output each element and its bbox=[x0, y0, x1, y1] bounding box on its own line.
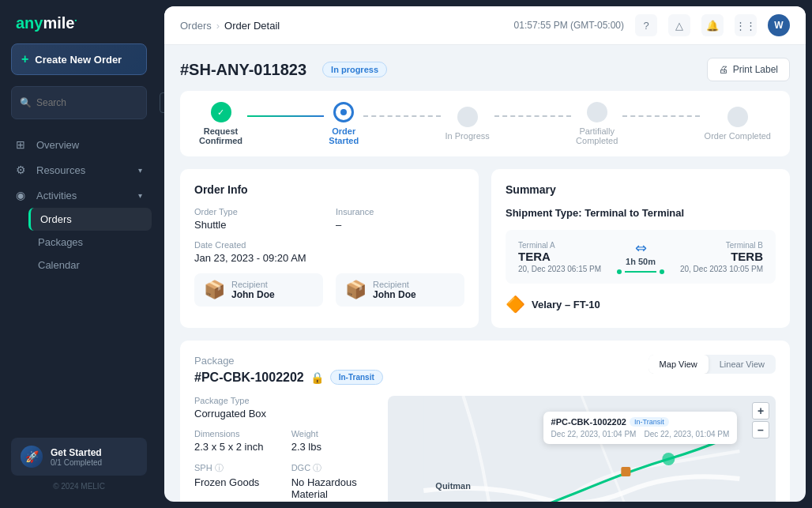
activities-subnav: Orders Packages Calendar bbox=[6, 208, 152, 277]
pkg-dgc-label: DGC ⓘ bbox=[291, 462, 376, 474]
insurance-field: Insurance – bbox=[336, 207, 464, 240]
shipment-type-value: Terminal to Terminal bbox=[585, 207, 684, 219]
terminal-a-date: 20, Dec 2023 06:15 PM bbox=[518, 265, 606, 273]
recipient-1-info: Recipient John Doe bbox=[231, 280, 275, 300]
recipient-2-info: Recipient John Doe bbox=[373, 280, 416, 300]
pkg-sph-field: SPH ⓘ Frozen Goods bbox=[194, 462, 279, 502]
breadcrumb: Orders › Order Detail bbox=[180, 20, 280, 32]
linear-view-button[interactable]: Linear View bbox=[709, 355, 776, 374]
breadcrumb-parent[interactable]: Orders bbox=[180, 20, 212, 32]
dgc-info-icon[interactable]: ⓘ bbox=[313, 463, 321, 472]
get-started-info: Get Started 0/1 Completed bbox=[51, 447, 102, 467]
connector-2 bbox=[363, 115, 440, 117]
print-label-button[interactable]: 🖨 Print Label bbox=[707, 58, 790, 81]
step-label-started: OrderStarted bbox=[329, 126, 359, 145]
expand-icon: ⇔ bbox=[606, 239, 676, 257]
grid-icon2[interactable]: ⋮⋮ bbox=[735, 14, 757, 36]
sidebar-item-packages[interactable]: Packages bbox=[28, 231, 152, 254]
step-circle-inactive1 bbox=[457, 107, 478, 127]
step-circle-done: ✓ bbox=[211, 102, 231, 122]
chevron-down-icon2: ▾ bbox=[138, 191, 142, 200]
step-label-partially: PartifiallyCompleted bbox=[576, 126, 618, 145]
copyright-text: © 2024 MELIC bbox=[11, 476, 147, 497]
create-order-label: Create New Order bbox=[35, 54, 122, 66]
sidebar-item-orders[interactable]: Orders bbox=[28, 208, 152, 231]
date-field: Date Created Jan 23, 2023 - 09:20 AM bbox=[194, 240, 464, 264]
insurance-value: – bbox=[336, 219, 464, 231]
search-icon: 🔍 bbox=[20, 97, 32, 108]
top-bar: Orders › Order Detail 01:57:55 PM (GMT-0… bbox=[164, 6, 806, 45]
sidebar-item-resources[interactable]: ⚙ Resources ▾ bbox=[6, 157, 152, 183]
sidebar-item-overview[interactable]: ⊞ Overview bbox=[6, 132, 152, 157]
in-transit-badge: In-Transit bbox=[330, 370, 383, 385]
bell-icon[interactable]: 🔔 bbox=[701, 14, 724, 36]
warning-icon[interactable]: △ bbox=[668, 14, 690, 36]
sidebar-item-activities[interactable]: ◉ Activities ▾ bbox=[6, 183, 152, 208]
map-controls: + – bbox=[752, 402, 769, 438]
popup-date1: Dec 22, 2023, 01:04 PM bbox=[551, 430, 637, 438]
resources-label: Resources bbox=[36, 164, 85, 176]
step-label-completed: Order Completed bbox=[705, 131, 771, 141]
step-label-request: RequestConfirmed bbox=[199, 126, 242, 145]
zoom-in-button[interactable]: + bbox=[752, 402, 769, 420]
map-view-button[interactable]: Map View bbox=[648, 355, 709, 374]
terminal-b: Terminal B TERB 20, Dec 2023 10:05 PM bbox=[675, 241, 763, 273]
activities-group: ◉ Activities ▾ Orders Packages Calendar bbox=[6, 183, 152, 277]
step-inprogress: In Progress bbox=[445, 107, 490, 141]
pkg-type-value: Corrugated Box bbox=[194, 408, 375, 420]
vehicle-name: Velary – FT-10 bbox=[532, 299, 600, 310]
map-popup: #PC-CBK-1002202 In-Transit Dec 22, 2023,… bbox=[543, 412, 738, 444]
get-started-icon: 🚀 bbox=[21, 446, 43, 468]
sph-info-icon[interactable]: ⓘ bbox=[215, 463, 224, 472]
two-column-section: Order Info Order Type Shuttle Insurance … bbox=[180, 169, 790, 328]
svg-point-2 bbox=[663, 453, 675, 465]
pkg-weight-value: 2.3 lbs bbox=[291, 441, 376, 453]
package-header: Package #PC-CBK-1002202 🔒 In-Transit Map… bbox=[194, 355, 776, 385]
order-type-insurance: Order Type Shuttle Insurance – bbox=[194, 207, 464, 240]
create-order-button[interactable]: + Create New Order bbox=[11, 43, 147, 75]
package-section: Package #PC-CBK-1002202 🔒 In-Transit Map… bbox=[180, 341, 790, 502]
plus-icon: + bbox=[21, 52, 28, 66]
activity-icon: ◉ bbox=[16, 189, 28, 201]
recipient-1-label: Recipient bbox=[231, 280, 275, 289]
logo: anymile• bbox=[0, 0, 158, 43]
route-dots bbox=[606, 269, 676, 274]
main-content: Orders › Order Detail 01:57:55 PM (GMT-0… bbox=[164, 6, 806, 502]
date-value: Jan 23, 2023 - 09:20 AM bbox=[194, 252, 464, 264]
svg-rect-3 bbox=[622, 467, 631, 476]
step-completed: Order Completed bbox=[705, 107, 771, 141]
step-request: ✓ RequestConfirmed bbox=[199, 102, 242, 145]
progress-bar: ✓ RequestConfirmed OrderStarted In Progr… bbox=[180, 91, 790, 156]
pkg-type-field: Package Type Corrugated Box bbox=[194, 396, 375, 420]
breadcrumb-current: Order Detail bbox=[224, 20, 280, 32]
vehicle-icon: 🔶 bbox=[506, 295, 525, 314]
shipment-type: Shipment Type: Terminal to Terminal bbox=[506, 207, 776, 219]
pkg-type-label: Package Type bbox=[194, 396, 375, 405]
popup-header: #PC-CBK-1002202 In-Transit bbox=[551, 417, 730, 427]
terminal-a: Terminal A TERA 20, Dec 2023 06:15 PM bbox=[518, 241, 606, 273]
zoom-out-button[interactable]: – bbox=[752, 421, 769, 438]
map-container: Valdosta Quitman #PC-CBK-1002202 In-Tran… bbox=[388, 396, 776, 502]
search-input[interactable] bbox=[36, 97, 155, 108]
help-icon[interactable]: ? bbox=[635, 14, 657, 36]
step-circle-inactive3 bbox=[727, 107, 748, 127]
avatar[interactable]: W bbox=[768, 14, 790, 36]
date-label: Date Created bbox=[194, 240, 464, 250]
pkg-dim-weight: Dimensions 2.3 x 5 x 2 inch Weight 2.3 l… bbox=[194, 429, 375, 462]
order-info-title: Order Info bbox=[194, 183, 464, 196]
pkg-dgc-value: No Hazardous Material bbox=[291, 476, 376, 500]
order-id: #SH-ANY-011823 bbox=[180, 61, 306, 79]
order-type-value: Shuttle bbox=[194, 219, 323, 231]
recipient-icon-2: 📦 bbox=[345, 280, 367, 300]
lock-icon: 🔒 bbox=[310, 371, 324, 384]
dot-start bbox=[617, 269, 622, 274]
get-started-button[interactable]: 🚀 Get Started 0/1 Completed bbox=[11, 438, 147, 476]
route-line bbox=[625, 271, 656, 273]
sidebar-bottom: 🚀 Get Started 0/1 Completed © 2024 MELIC bbox=[0, 427, 158, 508]
order-header: #SH-ANY-011823 In progress 🖨 Print Label bbox=[180, 58, 790, 81]
grid-icon: ⊞ bbox=[16, 138, 28, 151]
sidebar-item-calendar[interactable]: Calendar bbox=[28, 254, 152, 277]
get-started-sublabel: 0/1 Completed bbox=[51, 458, 102, 467]
activities-label: Activities bbox=[36, 190, 77, 201]
recipient-1-name: John Doe bbox=[231, 289, 275, 300]
